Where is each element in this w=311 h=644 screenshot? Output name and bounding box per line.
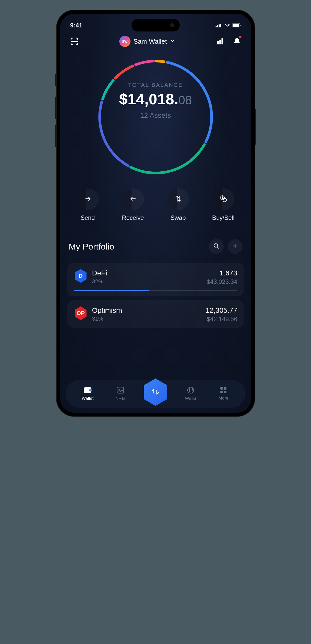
wifi-icon	[224, 22, 230, 29]
screen: 9:41 SW Sam Wallet	[60, 14, 251, 413]
svg-rect-19	[224, 387, 226, 390]
top-bar: SW Sam Wallet	[60, 31, 251, 51]
stats-button[interactable]	[215, 36, 226, 47]
grid-icon	[220, 387, 227, 395]
svg-rect-0	[216, 26, 217, 27]
svg-rect-21	[224, 391, 226, 393]
action-label: Receive	[122, 214, 144, 221]
asset-icon: OP	[74, 306, 88, 320]
portfolio-title: My Portfolio	[69, 242, 114, 252]
svg-rect-5	[233, 24, 239, 27]
svg-rect-8	[219, 40, 221, 44]
svg-point-16	[119, 389, 120, 390]
tab-more[interactable]: More	[212, 387, 235, 401]
svg-point-11	[223, 198, 226, 202]
total-balance-label: TOTAL BALANCE	[128, 82, 183, 88]
tab-center-swap[interactable]	[142, 378, 169, 406]
svg-rect-20	[220, 391, 223, 393]
search-button[interactable]	[209, 239, 224, 254]
wallet-selector[interactable]: SW Sam Wallet	[119, 36, 175, 47]
action-label: Swap	[170, 214, 186, 221]
globe-icon	[187, 386, 194, 395]
svg-rect-6	[240, 25, 241, 26]
dynamic-island	[132, 19, 180, 31]
asset-name: Optimism	[92, 306, 201, 315]
notification-badge	[239, 35, 242, 39]
send-button[interactable]: Send	[69, 188, 107, 221]
asset-icon: D	[74, 269, 88, 283]
quick-actions: Send Receive Swap Buy/Sell	[60, 179, 251, 221]
receive-button[interactable]: Receive	[114, 188, 152, 221]
swap-button[interactable]: Swap	[159, 188, 197, 221]
status-time: 9:41	[70, 22, 83, 29]
asset-amount: 12,305.77	[206, 306, 237, 315]
swap-icon	[150, 387, 160, 398]
wallet-avatar: SW	[119, 36, 130, 47]
plus-icon	[232, 243, 238, 250]
svg-rect-14	[89, 389, 92, 391]
coins-icon	[219, 194, 228, 204]
swap-icon	[174, 195, 182, 204]
battery-icon	[232, 22, 241, 29]
phone-frame: 9:41 SW Sam Wallet	[57, 10, 255, 416]
tab-web3[interactable]: Web3	[179, 386, 202, 401]
scan-button[interactable]	[69, 36, 80, 47]
add-button[interactable]	[228, 239, 242, 254]
tab-label: Web3	[185, 396, 196, 401]
wallet-icon	[83, 386, 92, 395]
tab-label: NFTs	[115, 396, 125, 401]
asset-card[interactable]: D DeFi 32% 1.673 $43,023.34	[67, 263, 244, 296]
asset-usd: $43,023.34	[207, 278, 237, 285]
action-label: Send	[80, 214, 95, 221]
assets-count: 12 Assets	[140, 111, 171, 120]
arrow-right-icon	[84, 195, 92, 204]
tab-label: Wallet	[82, 396, 94, 401]
side-button	[255, 109, 256, 145]
svg-rect-9	[221, 38, 223, 44]
search-icon	[213, 243, 220, 250]
side-button	[55, 96, 57, 119]
buy-sell-button[interactable]: Buy/Sell	[204, 188, 242, 221]
tab-bar: Wallet NFTs Web3 More	[66, 380, 245, 408]
asset-usd: $42,149.56	[206, 316, 237, 323]
asset-pct: 31%	[92, 316, 201, 322]
tab-label: More	[218, 396, 228, 401]
portfolio-header: My Portfolio	[60, 221, 251, 259]
action-label: Buy/Sell	[212, 214, 234, 221]
asset-pct: 32%	[92, 278, 202, 285]
avatar-initials: SW	[122, 40, 128, 43]
balance-section: TOTAL BALANCE $14,018.08 12 Assets	[60, 51, 251, 179]
asset-card[interactable]: OP Optimism 31% 12,305.77 $42,149.56	[67, 300, 244, 328]
total-balance-value: $14,018.08	[119, 90, 192, 108]
svg-rect-7	[217, 41, 219, 44]
side-button	[55, 74, 57, 86]
svg-rect-2	[219, 24, 220, 27]
asset-amount: 1.673	[207, 269, 237, 277]
asset-list: D DeFi 32% 1.673 $43,023.34 OP Optimism …	[60, 259, 251, 328]
notifications-button[interactable]	[231, 36, 242, 47]
asset-progress	[74, 290, 237, 291]
svg-rect-18	[220, 387, 223, 390]
chevron-down-icon	[170, 38, 175, 44]
arrow-left-icon	[129, 195, 137, 204]
svg-rect-1	[217, 25, 218, 27]
svg-rect-15	[117, 387, 124, 393]
signal-icon	[216, 22, 222, 29]
tab-nfts[interactable]: NFTs	[109, 386, 132, 401]
side-button	[55, 124, 57, 147]
svg-rect-3	[220, 24, 221, 27]
tab-wallet[interactable]: Wallet	[76, 386, 99, 401]
wallet-name: Sam Wallet	[134, 38, 167, 45]
image-icon	[116, 386, 124, 395]
asset-name: DeFi	[92, 269, 202, 277]
